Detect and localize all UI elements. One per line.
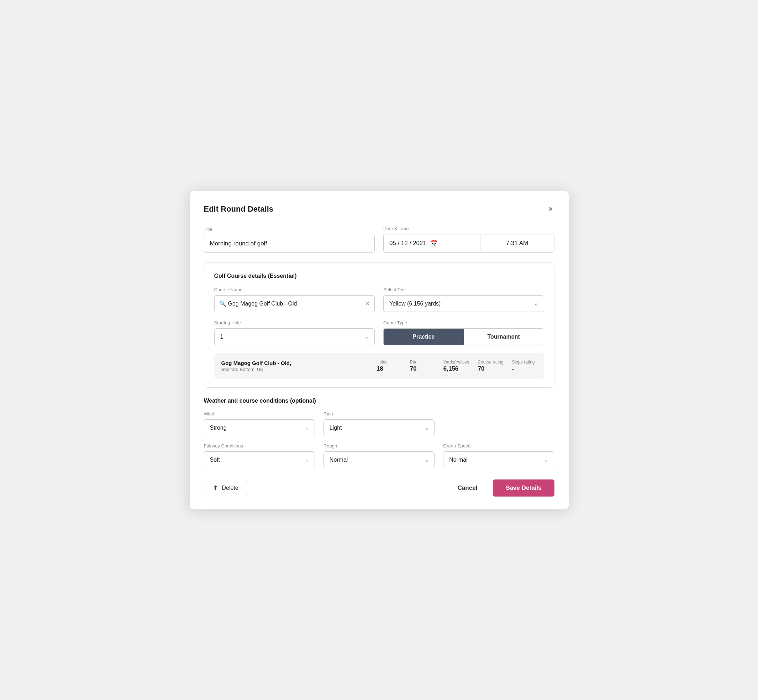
title-label: Title: [204, 227, 375, 232]
yards-value: 6,156: [443, 365, 459, 372]
course-info-name: Gog Magog Golf Club - Old, Shelford Bott…: [221, 360, 368, 372]
trash-icon: 🗑: [213, 485, 219, 491]
rain-group: Rain Light ⌄: [324, 411, 434, 436]
close-button[interactable]: ×: [547, 204, 554, 214]
course-rating-stat: Course rating 70: [478, 359, 503, 372]
course-rating-label: Course rating: [478, 359, 503, 364]
calendar-icon: 📅: [430, 239, 438, 247]
game-type-group: Game Type Practice Tournament: [383, 320, 544, 345]
fairway-group: Fairway Conditions Soft ⌄: [204, 443, 315, 468]
yards-stat: Yards(Yellow) 6,156: [443, 359, 469, 372]
action-row: 🗑 Delete Cancel Save Details: [204, 480, 554, 497]
par-value: 70: [410, 365, 417, 372]
weather-title: Weather and course conditions (optional): [204, 398, 554, 404]
rough-label: Rough: [324, 443, 434, 448]
date-field[interactable]: 05 / 12 / 2021 📅: [383, 234, 481, 253]
select-tee-label: Select Tee: [383, 287, 544, 292]
action-right: Cancel Save Details: [451, 480, 554, 497]
rough-wrapper: Normal ⌄: [324, 452, 434, 468]
rain-label: Rain: [324, 411, 434, 417]
wind-wrapper: Strong ⌄: [204, 419, 315, 436]
cancel-button[interactable]: Cancel: [451, 480, 485, 496]
wind-rain-row: Wind Strong ⌄ Rain Light ⌄: [204, 411, 554, 436]
tournament-button[interactable]: Tournament: [464, 329, 544, 345]
top-row: Title Date & Time 05 / 12 / 2021 📅 7:31 …: [204, 226, 554, 253]
course-name-group: Course Name 🔍 ✕: [214, 287, 375, 312]
par-label: Par: [410, 359, 417, 364]
course-name-label: Course Name: [214, 287, 375, 292]
slope-label: Slope rating: [512, 359, 535, 364]
modal-header: Edit Round Details ×: [204, 204, 554, 214]
delete-button[interactable]: 🗑 Delete: [204, 480, 247, 496]
datetime-field-group: Date & Time 05 / 12 / 2021 📅 7:31 AM: [383, 226, 554, 253]
green-speed-group: Green Speed Normal ⌄: [443, 443, 554, 468]
green-speed-label: Green Speed: [443, 443, 554, 448]
fairway-dropdown[interactable]: Soft: [204, 452, 315, 468]
title-input[interactable]: [204, 235, 375, 253]
select-tee-group: Select Tee Yellow (6,156 yards) ⌄: [383, 287, 544, 312]
game-type-label: Game Type: [383, 320, 544, 325]
wind-label: Wind: [204, 411, 315, 417]
datetime-row: 05 / 12 / 2021 📅 7:31 AM: [383, 234, 554, 253]
rough-dropdown[interactable]: Normal: [324, 452, 434, 468]
search-icon: 🔍: [219, 300, 226, 307]
rain-wrapper: Light ⌄: [324, 419, 434, 436]
save-button[interactable]: Save Details: [493, 480, 554, 497]
fairway-wrapper: Soft ⌄: [204, 452, 315, 468]
practice-button[interactable]: Practice: [384, 329, 464, 345]
course-location: Shelford Bottom, UK: [221, 367, 368, 372]
time-value: 7:31 AM: [506, 240, 528, 247]
game-type-toggle: Practice Tournament: [383, 328, 544, 345]
weather-section: Weather and course conditions (optional)…: [204, 398, 554, 468]
course-name-input[interactable]: [214, 295, 375, 312]
hole-gametype-row: Starting Hole 1 ⌄ Game Type Practice Tou…: [214, 320, 544, 345]
clear-icon[interactable]: ✕: [365, 300, 370, 307]
holes-value: 18: [376, 365, 383, 372]
rain-dropdown[interactable]: Light: [324, 419, 434, 436]
slope-value: -: [512, 365, 514, 372]
delete-label: Delete: [222, 485, 238, 491]
yards-label: Yards(Yellow): [443, 359, 469, 364]
modal-title: Edit Round Details: [204, 205, 274, 214]
course-name-display: Gog Magog Golf Club - Old,: [221, 360, 368, 366]
course-info-row: Gog Magog Golf Club - Old, Shelford Bott…: [214, 353, 544, 379]
starting-hole-group: Starting Hole 1 ⌄: [214, 320, 375, 345]
green-speed-dropdown[interactable]: Normal: [443, 452, 554, 468]
edit-round-modal: Edit Round Details × Title Date & Time 0…: [190, 191, 568, 509]
wind-group: Wind Strong ⌄: [204, 411, 315, 436]
starting-hole-wrapper: 1 ⌄: [214, 328, 375, 345]
date-value: 05 / 12 / 2021: [389, 240, 426, 247]
time-field[interactable]: 7:31 AM: [481, 234, 554, 253]
course-search-wrapper: 🔍 ✕: [214, 295, 375, 312]
course-rating-value: 70: [478, 365, 484, 372]
datetime-label: Date & Time: [383, 226, 554, 231]
rough-group: Rough Normal ⌄: [324, 443, 434, 468]
fairway-rough-green-row: Fairway Conditions Soft ⌄ Rough Normal ⌄: [204, 443, 554, 468]
wind-dropdown[interactable]: Strong: [204, 419, 315, 436]
holes-label: Holes: [376, 359, 388, 364]
par-stat: Par 70: [410, 359, 435, 372]
section-title: Golf Course details (Essential): [214, 273, 544, 279]
slope-stat: Slope rating -: [512, 359, 537, 372]
fairway-label: Fairway Conditions: [204, 443, 315, 448]
green-speed-wrapper: Normal ⌄: [443, 452, 554, 468]
select-tee-dropdown[interactable]: Yellow (6,156 yards): [383, 295, 544, 312]
holes-stat: Holes 18: [376, 359, 401, 372]
course-tee-row: Course Name 🔍 ✕ Select Tee Yellow (6,156…: [214, 287, 544, 312]
title-field-group: Title: [204, 227, 375, 253]
select-tee-wrapper: Yellow (6,156 yards) ⌄: [383, 295, 544, 312]
starting-hole-label: Starting Hole: [214, 320, 375, 325]
golf-course-section: Golf Course details (Essential) Course N…: [204, 262, 554, 388]
starting-hole-dropdown[interactable]: 1: [214, 328, 375, 345]
